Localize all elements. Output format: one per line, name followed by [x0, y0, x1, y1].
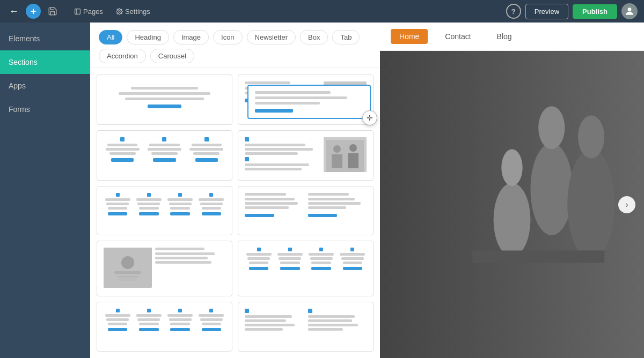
svg-rect-17 — [117, 275, 138, 278]
move-cursor-icon: ✛ — [362, 110, 377, 125]
filter-box[interactable]: Box — [300, 30, 328, 44]
save-button[interactable] — [45, 4, 60, 19]
svg-point-12 — [349, 144, 357, 152]
filter-bar: All Heading Image Icon Newsletter Box Ta… — [90, 23, 380, 68]
svg-point-15 — [121, 256, 134, 269]
filter-newsletter[interactable]: Newsletter — [247, 30, 296, 44]
filter-icon[interactable]: Icon — [213, 30, 243, 44]
next-arrow[interactable]: › — [618, 196, 635, 213]
sidebar-item-elements[interactable]: Elements — [0, 27, 90, 50]
svg-point-24 — [494, 183, 531, 257]
template-card-2[interactable]: ✛ — [238, 74, 374, 125]
preview-nav: Home Contact Blog — [380, 23, 644, 51]
preview-image-area: › — [380, 51, 644, 358]
sidebar-item-forms[interactable]: Forms — [0, 98, 90, 121]
preview-button[interactable]: Preview — [525, 4, 568, 19]
template-card-3[interactable] — [97, 130, 232, 181]
svg-rect-18 — [119, 279, 137, 281]
top-bar-nav: Pages Settings — [69, 5, 156, 18]
filter-heading[interactable]: Heading — [127, 30, 169, 44]
nav-blog[interactable]: Blog — [488, 29, 521, 44]
template-card-4[interactable] — [238, 130, 374, 181]
svg-point-20 — [530, 143, 573, 235]
svg-rect-13 — [348, 153, 358, 168]
svg-point-21 — [538, 106, 565, 149]
pages-nav-item[interactable]: Pages — [69, 5, 108, 18]
sidebar-item-sections[interactable]: Sections — [0, 50, 90, 74]
top-bar-left: ← + Pages Settings — [6, 4, 156, 19]
filter-tab[interactable]: Tab — [332, 30, 360, 44]
filter-accordion[interactable]: Accordion — [99, 49, 146, 63]
back-button[interactable]: ← — [6, 4, 21, 19]
svg-point-22 — [567, 149, 615, 259]
svg-rect-26 — [472, 250, 604, 263]
template-card-5[interactable] — [97, 186, 232, 236]
nav-contact[interactable]: Contact — [436, 29, 479, 44]
svg-point-2 — [119, 10, 120, 12]
template-grid: ✛ — [90, 68, 380, 358]
filter-carousel[interactable]: Carousel — [150, 49, 194, 63]
publish-button[interactable]: Publish — [573, 4, 617, 19]
nav-home[interactable]: Home — [391, 29, 428, 44]
svg-rect-16 — [114, 271, 141, 274]
sidebar-item-apps[interactable]: Apps — [0, 74, 90, 98]
preview-background — [380, 51, 644, 358]
svg-point-25 — [501, 149, 522, 186]
content-panel: All Heading Image Icon Newsletter Box Ta… — [90, 23, 380, 358]
template-card-7[interactable] — [97, 241, 232, 296]
floating-card: ✛ — [247, 85, 371, 119]
svg-rect-0 — [75, 9, 80, 14]
help-button[interactable]: ? — [506, 4, 521, 19]
main-layout: Elements Sections Apps Forms All Heading… — [0, 23, 644, 358]
template-card-6[interactable] — [238, 186, 374, 236]
add-button[interactable]: + — [26, 4, 41, 19]
settings-nav-item[interactable]: Settings — [111, 5, 156, 18]
template-card-8[interactable] — [238, 241, 374, 296]
top-bar: ← + Pages Settings ? Preview Publish — [0, 0, 644, 23]
svg-rect-11 — [332, 154, 342, 168]
svg-point-23 — [578, 115, 604, 158]
filter-image[interactable]: Image — [173, 30, 209, 44]
svg-point-3 — [628, 8, 632, 11]
preview-area: Home Contact Blog — [380, 23, 644, 358]
avatar[interactable] — [621, 3, 638, 19]
template-card-10[interactable] — [238, 302, 374, 352]
top-bar-right: ? Preview Publish — [506, 3, 638, 19]
template-card-1[interactable] — [97, 74, 232, 125]
template-card-9[interactable] — [97, 302, 232, 352]
svg-point-10 — [333, 145, 341, 153]
sidebar: Elements Sections Apps Forms — [0, 23, 90, 358]
filter-all[interactable]: All — [99, 30, 122, 44]
